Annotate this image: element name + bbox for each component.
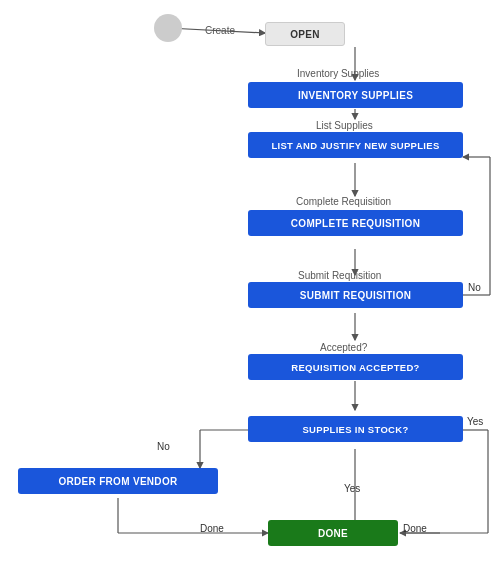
supplies-in-stock-node[interactable]: SUPPLIES IN STOCK? <box>248 416 463 442</box>
complete-req-label: Complete Requisition <box>296 196 391 207</box>
order-vendor-node[interactable]: ORDER FROM VENDOR <box>18 468 218 494</box>
done-left-label: Done <box>200 523 224 534</box>
accepted-node[interactable]: REQUISITION ACCEPTED? <box>248 354 463 380</box>
inventory-supplies-label: Inventory Supplies <box>297 68 379 79</box>
done-node[interactable]: DONE <box>268 520 398 546</box>
complete-req-node[interactable]: COMPLETE REQUISITION <box>248 210 463 236</box>
submit-req-node[interactable]: SUBMIT REQUISITION <box>248 282 463 308</box>
list-supplies-node[interactable]: LIST AND JUSTIFY NEW SUPPLIES <box>248 132 463 158</box>
list-supplies-label: List Supplies <box>316 120 373 131</box>
start-node <box>154 14 182 42</box>
open-node: OPEN <box>265 22 345 46</box>
yes-stock-label: Yes <box>467 416 483 427</box>
flowchart: Create OPEN Inventory Supplies INVENTORY… <box>0 0 504 583</box>
no-order-label: No <box>157 441 170 452</box>
no-submit-label: No <box>468 282 481 293</box>
inventory-supplies-node[interactable]: INVENTORY SUPPLIES <box>248 82 463 108</box>
accepted-label: Accepted? <box>320 342 367 353</box>
yes-done-label: Yes <box>344 483 360 494</box>
submit-req-label: Submit Requisition <box>298 270 381 281</box>
done-right-label: Done <box>403 523 427 534</box>
create-label: Create <box>205 25 235 36</box>
